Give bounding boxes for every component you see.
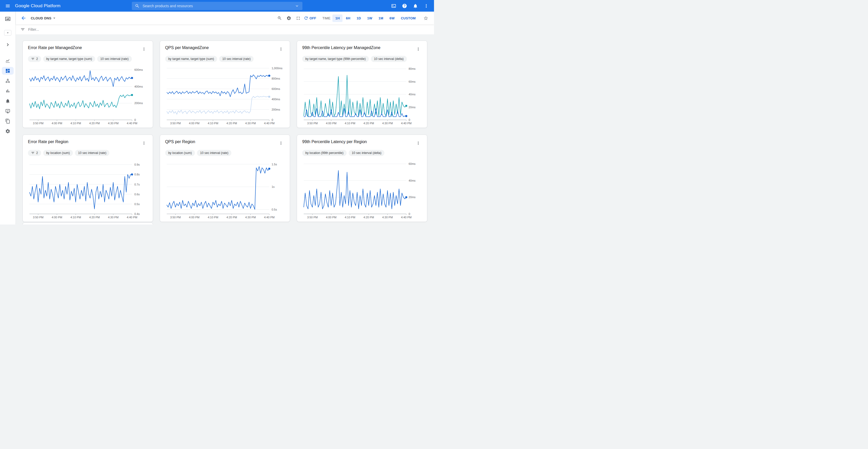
chevron-down-icon[interactable] xyxy=(295,4,299,8)
fullscreen-button[interactable] xyxy=(293,13,303,23)
time-range-custom[interactable]: CUSTOM xyxy=(398,14,418,22)
chart-options-button[interactable] xyxy=(140,45,148,53)
chart-card-1: Error Rate per ManagedZone2by target nam… xyxy=(23,40,153,128)
workspace-dropdown-button[interactable] xyxy=(4,30,11,36)
time-range-1w[interactable]: 1W xyxy=(364,14,375,22)
search-bar[interactable]: Search products and resources xyxy=(132,2,303,10)
chart-options-button[interactable] xyxy=(277,45,285,53)
dashboard-grid: Error Rate per ManagedZone2by target nam… xyxy=(23,40,427,222)
svg-text:4:10 PM: 4:10 PM xyxy=(345,216,355,219)
chart-title: 99th Percentile Latency per ManagedZone xyxy=(302,45,380,50)
svg-text:20ms: 20ms xyxy=(409,196,416,199)
svg-text:3:50 PM: 3:50 PM xyxy=(307,216,318,219)
topbar: Google Cloud Platform Search products an… xyxy=(0,0,434,12)
aggregation-chip: by target name, target type (sum) xyxy=(43,56,95,62)
svg-text:4:00 PM: 4:00 PM xyxy=(52,122,62,125)
aggregation-chip: by target name, target type (sum) xyxy=(165,56,217,62)
svg-text:4:10 PM: 4:10 PM xyxy=(208,122,218,125)
sidebar-item-overview[interactable] xyxy=(0,56,16,66)
chart-card-6: 99th Percentile Latency per Regionby loc… xyxy=(297,135,427,222)
time-range-1m[interactable]: 1M xyxy=(376,14,386,22)
time-range-6w[interactable]: 6W xyxy=(387,14,398,22)
filter-count-chip[interactable]: 2 xyxy=(28,150,41,156)
time-label: TIME xyxy=(322,16,330,20)
auto-refresh-button[interactable]: OFF xyxy=(304,16,316,21)
time-range-1d[interactable]: 1D xyxy=(353,14,364,22)
sidebar-item-metrics-explorer[interactable] xyxy=(0,86,16,96)
timeseries-chart[interactable]: 600ms400ms200ms03:50 PM4:00 PM4:10 PM4:2… xyxy=(28,63,148,126)
timeseries-chart[interactable]: 1,000ms800ms600ms400ms200ms03:50 PM4:00 … xyxy=(165,63,285,126)
filter-icon xyxy=(31,57,35,61)
search-placeholder: Search products and resources xyxy=(143,4,193,8)
svg-text:4:30 PM: 4:30 PM xyxy=(245,216,256,219)
chip-row: by location (99th percentile)10 sec inte… xyxy=(302,150,422,156)
alerting-icon xyxy=(5,98,10,104)
help-button[interactable] xyxy=(399,1,410,11)
time-range-1h[interactable]: 1H xyxy=(333,14,342,22)
chart-options-button[interactable] xyxy=(277,139,285,147)
sidebar-item-uptime-checks[interactable] xyxy=(0,106,16,116)
cloud-shell-button[interactable] xyxy=(389,1,399,11)
sidebar-item-dashboards[interactable] xyxy=(0,66,16,76)
svg-text:4:30 PM: 4:30 PM xyxy=(108,216,119,219)
more-options-button[interactable] xyxy=(421,1,431,11)
svg-text:0.6s: 0.6s xyxy=(134,193,140,196)
svg-text:4:20 PM: 4:20 PM xyxy=(364,122,374,125)
sidebar-item-alerting[interactable] xyxy=(0,96,16,106)
dashboard-filter-input[interactable]: Filter... xyxy=(28,27,39,32)
filter-count-chip[interactable]: 2 xyxy=(28,56,41,62)
settings-icon xyxy=(5,129,10,134)
kebab-icon xyxy=(279,141,283,146)
menu-icon[interactable] xyxy=(3,1,13,11)
time-range-6h[interactable]: 6H xyxy=(343,14,353,22)
dashboard-content: Error Rate per ManagedZone2by target nam… xyxy=(16,34,434,224)
svg-text:4:40 PM: 4:40 PM xyxy=(264,216,275,219)
chart-title: 99th Percentile Latency per Region xyxy=(302,139,367,144)
svg-text:4:10 PM: 4:10 PM xyxy=(345,122,355,125)
chart-card-3: 99th Percentile Latency per ManagedZoneb… xyxy=(297,40,427,128)
settings-button[interactable] xyxy=(284,13,293,23)
chart-options-button[interactable] xyxy=(140,139,148,147)
svg-text:4:40 PM: 4:40 PM xyxy=(127,122,137,125)
filter-icon xyxy=(31,151,35,155)
refresh-icon xyxy=(304,16,308,21)
star-button[interactable] xyxy=(421,13,430,23)
svg-text:3:50 PM: 3:50 PM xyxy=(33,216,43,219)
sidebar-nav xyxy=(0,56,16,136)
svg-text:60ms: 60ms xyxy=(409,162,416,165)
svg-text:80ms: 80ms xyxy=(409,67,416,70)
aggregation-chip: 10 sec interval (rate) xyxy=(75,150,109,156)
notifications-button[interactable] xyxy=(410,1,421,11)
dashboard-toolbar: CLOUD DNS OFF TIME 1H6H1D1W1M6WCUSTOM xyxy=(16,12,434,25)
svg-text:4:30 PM: 4:30 PM xyxy=(245,122,256,125)
aggregation-chip: 10 sec interval (rate) xyxy=(219,56,254,62)
timeseries-chart[interactable]: 80ms60ms40ms20ms03:50 PM4:00 PM4:10 PM4:… xyxy=(302,63,422,126)
back-button[interactable] xyxy=(18,13,29,23)
sidebar-item-groups[interactable] xyxy=(0,76,16,86)
svg-text:40ms: 40ms xyxy=(409,93,416,96)
dashboard-selector[interactable]: CLOUD DNS xyxy=(31,16,57,21)
svg-text:40ms: 40ms xyxy=(409,179,416,182)
aggregation-chip: by location (sum) xyxy=(165,150,195,156)
svg-text:4:20 PM: 4:20 PM xyxy=(226,216,237,219)
svg-text:600ms: 600ms xyxy=(271,87,280,90)
svg-text:4:00 PM: 4:00 PM xyxy=(326,122,337,125)
sidebar-item-settings[interactable] xyxy=(0,126,16,136)
product-name: Google Cloud Platform xyxy=(15,3,61,8)
monitoring-logo-icon xyxy=(4,15,11,23)
timeseries-chart[interactable]: 0.9s0.8s0.7s0.6s0.5s0.4s3:50 PM4:00 PM4:… xyxy=(28,157,148,220)
svg-text:1.5s: 1.5s xyxy=(271,163,277,166)
svg-text:4:10 PM: 4:10 PM xyxy=(70,216,81,219)
timeseries-chart[interactable]: 1.5s1s0.5s3:50 PM4:00 PM4:10 PM4:20 PM4:… xyxy=(165,157,285,220)
sidebar-item-services[interactable] xyxy=(0,116,16,126)
chart-options-button[interactable] xyxy=(414,139,422,147)
expand-sidebar-button[interactable] xyxy=(5,42,10,48)
timeseries-chart[interactable]: 60ms40ms20ms03:50 PM4:00 PM4:10 PM4:20 P… xyxy=(302,157,422,220)
chip-row: 2by location (sum)10 sec interval (rate) xyxy=(28,150,148,156)
aggregation-chip: by location (sum) xyxy=(43,150,73,156)
kebab-icon xyxy=(279,47,283,52)
svg-text:20ms: 20ms xyxy=(409,106,416,109)
chip-row: by target name, target type (sum)10 sec … xyxy=(165,56,285,62)
time-search-button[interactable] xyxy=(275,13,284,23)
chart-options-button[interactable] xyxy=(414,45,422,53)
